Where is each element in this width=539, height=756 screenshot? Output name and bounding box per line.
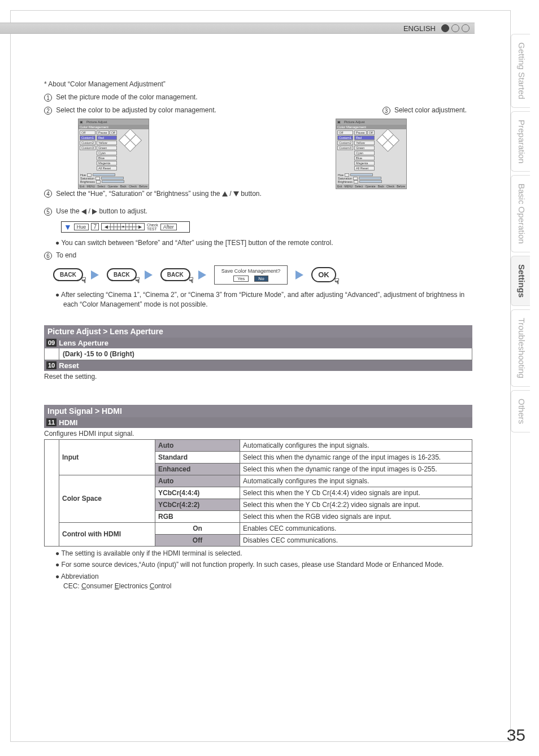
- tab-others[interactable]: Others: [511, 390, 530, 432]
- check-label: CheckTEST: [147, 223, 158, 231]
- step-6: 6 To end: [44, 250, 472, 261]
- opt-ycbcr422: YCbCr(4:2:2): [155, 499, 240, 510]
- pointer-icon: ☟: [334, 277, 340, 286]
- osd-mode-off: Off: [80, 130, 95, 135]
- arrow-right-large-icon: [295, 270, 303, 279]
- osd-menu-right: ▣ Picture Adjust Color Management Off Cu…: [336, 119, 407, 189]
- osd-color-green: Green: [97, 146, 117, 150]
- hdmi-header: 11 HDMI: [44, 417, 472, 428]
- hue-adjust-bar: ▼ Hue 7 ◄┼┼┼┼•┼┼┼┼► CheckTEST After: [61, 221, 190, 233]
- footnote-2: For some source devices,“Auto (input)” w…: [50, 560, 472, 570]
- note-cinema: After selecting “Cinema 1”, “Cinema 2”, …: [50, 290, 472, 309]
- step-3-text: Select color adjustment.: [394, 106, 467, 114]
- osd-mode-custom1: Custom1: [80, 136, 95, 140]
- arrow-down-icon: [233, 191, 239, 196]
- desc-ycbcr444: Select this when the Y Cb Cr(4:4:4) vide…: [240, 487, 472, 499]
- circled-4-icon: 4: [44, 190, 52, 198]
- opt-enhanced: Enhanced: [155, 463, 240, 475]
- back-button[interactable]: BACK☟: [53, 268, 83, 281]
- osd-color-yellow: Yellow: [97, 141, 117, 145]
- step-4-text-a: Select the “Hue”, “Saturation” or “Brigh…: [56, 190, 221, 198]
- step-4-text-c: button.: [241, 190, 262, 198]
- circled-2-icon: 2: [44, 107, 52, 115]
- osd-color-allreset: All Reset: [97, 166, 117, 171]
- arrow-right-large-icon: [91, 270, 99, 279]
- hue-label: Hue: [74, 224, 89, 230]
- back-flow: BACK☟ BACK☟ BACK☟ Save Color Management?…: [53, 265, 472, 285]
- tab-getting-started[interactable]: Getting Started: [511, 34, 530, 108]
- save-no[interactable]: No: [254, 276, 268, 282]
- osd-color-blue: Blue: [354, 156, 375, 160]
- osd-color-yellow: Yellow: [354, 141, 375, 145]
- reset-header: 10 Reset: [44, 360, 472, 371]
- tab-settings[interactable]: Settings: [511, 256, 530, 306]
- osd-bri: Brightness: [80, 180, 95, 183]
- desc-enhanced: Select this when the dynamic range of th…: [240, 463, 472, 475]
- tab-troubleshooting[interactable]: Troubleshooting: [511, 309, 530, 387]
- num-11: 11: [46, 418, 56, 426]
- osd-footer: ExitMENU SelectOperate BackCheck Before: [336, 184, 406, 189]
- step-4: 4 Select the “Hue”, “Saturation” or “Bri…: [44, 189, 472, 199]
- hdmi-desc: Configures HDMI input signal.: [44, 428, 472, 439]
- control-hdmi-label: Control with HDMI: [59, 522, 155, 546]
- osd-off: Off: [110, 130, 117, 135]
- reset-title: Reset: [59, 361, 79, 370]
- osd-title: Color Management: [79, 125, 149, 129]
- hdmi-title: HDMI: [59, 418, 77, 427]
- pointer-icon: ☟: [135, 276, 140, 285]
- desc-standard: Select this when the dynamic range of th…: [240, 451, 472, 463]
- osd-header: ▣ Picture Adjust: [79, 119, 149, 125]
- lens-range-row: (Dark) -15 to 0 (Bright): [44, 348, 472, 360]
- arrow-up-icon: [222, 191, 228, 196]
- hdmi-breadcrumb: Input Signal > HDMI: [44, 405, 472, 417]
- step-6-text: To end: [56, 251, 76, 259]
- ok-button[interactable]: OK☟: [311, 267, 336, 282]
- osd-tab-label: Picture Adjust: [344, 120, 365, 124]
- abbrev-label: Abbreviation: [61, 573, 99, 580]
- osd-color-magenta: Magenta: [354, 161, 375, 165]
- footnote-3: Abbreviation CEC: Consumer Electronics C…: [50, 572, 472, 591]
- osd-bri: Brightness: [338, 180, 353, 183]
- osd-color-cyan: Cyan: [354, 151, 375, 155]
- step-5-text-b: /: [88, 207, 92, 215]
- osd-color-red: Red: [97, 136, 117, 140]
- step-2-3-row: 2 Select the color to be adjusted by col…: [44, 105, 472, 116]
- pointer-icon: ☟: [81, 276, 86, 285]
- opt-auto: Auto: [155, 439, 240, 451]
- save-yes[interactable]: Yes: [233, 276, 249, 282]
- lens-aperture-header: 09 Lens Aperture: [44, 338, 472, 348]
- save-question: Save Color Management?: [221, 268, 281, 274]
- osd-color-allreset: All Reset: [354, 166, 375, 171]
- back-button[interactable]: BACK☟: [107, 268, 137, 281]
- marker-icon: ▼: [64, 224, 72, 230]
- osd-color-blue: Blue: [97, 156, 117, 160]
- osd-menu-left: ▣ Picture Adjust Color Management Off Cu…: [78, 119, 149, 189]
- step-2: 2 Select the color to be adjusted by col…: [44, 105, 216, 116]
- osd-pause: Pause: [354, 130, 367, 135]
- osd-mode-custom3: Custom3: [80, 146, 95, 150]
- circled-1-icon: 1: [44, 94, 52, 102]
- arrow-right-icon: [92, 209, 97, 215]
- arrow-right-large-icon: [198, 270, 206, 279]
- num-10: 10: [46, 361, 56, 369]
- about-heading: * About “Color Management Adjustment”: [44, 79, 472, 90]
- dot-empty-icon: [451, 24, 459, 32]
- circled-6-icon: 6: [44, 252, 52, 260]
- osd-header: ▣ Picture Adjust: [336, 119, 406, 125]
- hdmi-table: Input Auto Automatically configures the …: [44, 439, 472, 547]
- tab-basic-operation[interactable]: Basic Operation: [511, 175, 530, 252]
- opt-rgb: RGB: [155, 510, 240, 522]
- page-dots: [441, 24, 470, 32]
- osd-color-hex-icon: [120, 130, 141, 151]
- desc-off: Disables CEC communications.: [240, 534, 472, 546]
- step-5-text-c: button to adjust.: [99, 207, 147, 215]
- main-content: * About “Color Management Adjustment” 1 …: [44, 79, 472, 593]
- osd-mode-custom2: Custom2: [80, 141, 95, 145]
- arrow-left-icon: [81, 209, 86, 215]
- tab-preparation[interactable]: Preparation: [511, 111, 530, 172]
- desc-ycbcr422: Select this when the Y Cb Cr(4:2:2) vide…: [240, 499, 472, 510]
- back-button[interactable]: BACK☟: [160, 268, 190, 281]
- projector-icon: ▣: [337, 120, 341, 124]
- desc-on: Enables CEC communications.: [240, 522, 472, 534]
- colorspace-label: Color Space: [59, 475, 155, 522]
